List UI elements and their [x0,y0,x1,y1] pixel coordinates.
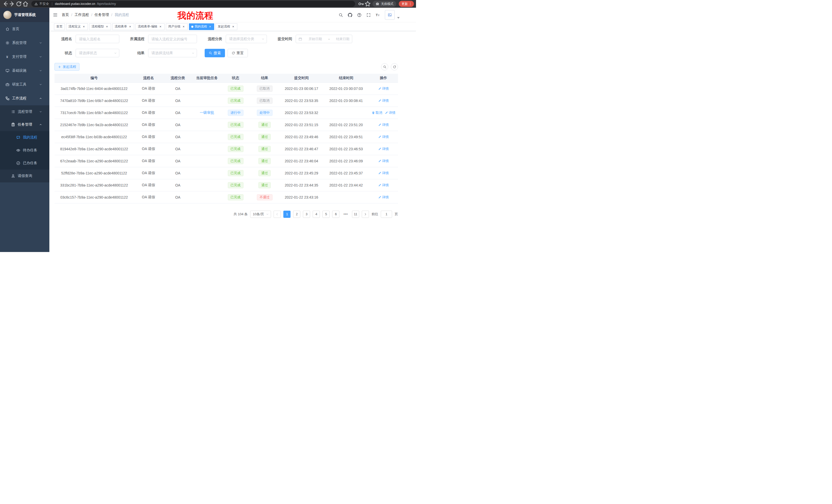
sidebar-item-system[interactable]: 系统管理 [0,36,49,50]
update-button[interactable]: 更新 [399,1,414,7]
task-icon [11,122,15,127]
process-name-input[interactable] [76,35,119,43]
detail-button[interactable]: 详情 [378,135,389,139]
result-tag: 通过 [258,146,271,152]
sidebar-item-done-task[interactable]: 已办任务 [0,157,49,170]
search-button[interactable]: 搜索 [205,49,225,57]
cancel-button[interactable]: 取消 [372,110,382,115]
detail-button[interactable]: 详情 [378,86,389,91]
sidebar-item-leave-query[interactable]: 请假查询 [0,170,49,183]
browser-back-icon[interactable] [2,1,9,7]
browser-home-icon[interactable] [22,1,29,7]
edit-icon [378,184,381,187]
pagination-page-11[interactable]: 11 [352,211,359,218]
cell-end-time [323,191,369,203]
fullscreen-icon[interactable] [366,13,371,17]
owner-process-input[interactable] [148,35,197,43]
pagination-page-2[interactable]: 2 [293,211,300,218]
workflow-icon [5,96,9,101]
sidebar-item-workflow[interactable]: 工作流程 [0,91,49,105]
cell-end-time: 2022-01-23 00:08:41 [323,94,369,107]
close-icon[interactable]: × [231,25,235,29]
pagination-page-4[interactable]: 4 [313,211,320,218]
cell-id: 7470a810-7b9b-11ec-b5b7-acde48001122 [54,94,134,107]
detail-button[interactable]: 详情 [378,147,389,151]
reset-button[interactable]: 重置 [228,49,248,57]
app-logo[interactable]: 芋道管理系统 [0,8,49,22]
close-icon[interactable]: × [82,25,86,29]
sidebar-item-infra[interactable]: 基础设施 [0,64,49,78]
result-select[interactable]: 请选择流结果 [148,49,197,57]
key-icon[interactable] [358,1,364,7]
cell-end-time: 2022-01-22 23:49:51 [323,131,369,143]
tab-home[interactable]: 首页 [54,23,65,30]
breadcrumb-item[interactable]: 任务管理 [95,12,109,17]
close-icon[interactable]: × [128,25,132,29]
cell-process-name: OA 请假 [134,179,163,191]
pagination-next-button[interactable] [362,211,369,218]
browser-forward-icon[interactable] [9,1,16,7]
breadcrumb-item[interactable]: 工作流程 [75,12,89,17]
cell-submit-time: 2022-01-22 23:53:35 [280,94,323,107]
create-process-button[interactable]: 发起流程 [54,63,79,71]
edit-icon [378,123,381,127]
pagination-page-3[interactable]: 3 [303,211,310,218]
sidebar-item-payment[interactable]: ¥支付管理 [0,50,49,64]
tab-user-group[interactable]: 用户分组× [166,23,188,30]
date-separator: - [328,37,329,41]
tab-process-form[interactable]: 流程表单× [112,23,134,30]
search-icon[interactable] [339,13,343,17]
toggle-search-button[interactable] [381,63,388,71]
detail-button[interactable]: 详情 [378,183,389,188]
pagination-page-1[interactable]: 1 [283,211,290,218]
pagination-prev-button[interactable] [274,211,281,218]
close-icon[interactable]: × [159,25,162,29]
breadcrumb-item[interactable]: 首页 [62,12,69,17]
detail-button[interactable]: 详情 [378,99,389,103]
detail-button[interactable]: 详情 [385,110,395,115]
sidebar-item-label: 任务管理 [18,122,32,127]
sidebar-item-process-mgmt[interactable]: 流程管理 [0,105,49,118]
category-select[interactable]: 请选择流程分类 [226,35,267,43]
font-size-icon[interactable]: TT [375,13,380,17]
detail-button[interactable]: 详情 [378,159,389,163]
github-icon[interactable] [348,13,352,17]
tab-process-form-edit[interactable]: 流程表单-编辑× [135,23,164,30]
browser-reload-icon[interactable] [16,1,22,7]
address-bar[interactable]: 不安全 dashboard.yudao.iocoder.cn/bpm/task/… [31,1,355,7]
pagination-page-6[interactable]: 6 [332,211,339,218]
sidebar-item-my-process[interactable]: 我的流程 [0,131,49,144]
cell-category: OA [163,94,192,107]
close-icon[interactable]: × [208,25,212,29]
sidebar-toggle-icon[interactable] [53,12,58,17]
user-avatar[interactable] [385,10,400,20]
tab-process-definition[interactable]: 流程定义× [66,23,88,30]
tab-my-process[interactable]: 我的流程× [189,23,214,30]
detail-button[interactable]: 详情 [378,171,389,175]
pagination-page-5[interactable]: 5 [322,211,330,218]
sidebar-item-todo-task[interactable]: 待办任务 [0,144,49,157]
breadcrumb: 首页/工作流程/任务管理/我的流程 [62,12,129,17]
sidebar-item-task-mgmt[interactable]: 任务管理 [0,118,49,131]
star-icon[interactable] [364,1,371,7]
menu-dots-icon[interactable] [409,2,412,6]
tab-start-process[interactable]: 发起流程× [215,23,237,30]
refresh-table-button[interactable] [391,63,398,71]
cell-result: 已取消 [250,94,280,107]
sidebar-item-home[interactable]: 首页 [0,22,49,36]
edit-icon [378,87,381,90]
tab-process-model[interactable]: 流程模型× [89,23,111,30]
detail-button[interactable]: 详情 [378,122,389,127]
status-select[interactable]: 请选择状态 [76,49,119,57]
sidebar-item-devtools[interactable]: 研发工具 [0,78,49,91]
goto-page-input[interactable] [381,211,392,218]
close-icon[interactable]: × [105,25,109,29]
cell-actions: 详情 [369,179,398,191]
submit-time-range-picker[interactable]: 开始日期 - 结束日期 [296,35,352,43]
page-size-select[interactable]: 10条/页 [250,211,271,218]
pagination-more[interactable]: ••• [342,211,349,218]
detail-button[interactable]: 详情 [378,195,389,200]
close-icon[interactable]: × [182,25,185,29]
current-task-link[interactable]: 一级审批 [200,110,214,115]
help-icon[interactable] [357,13,362,17]
